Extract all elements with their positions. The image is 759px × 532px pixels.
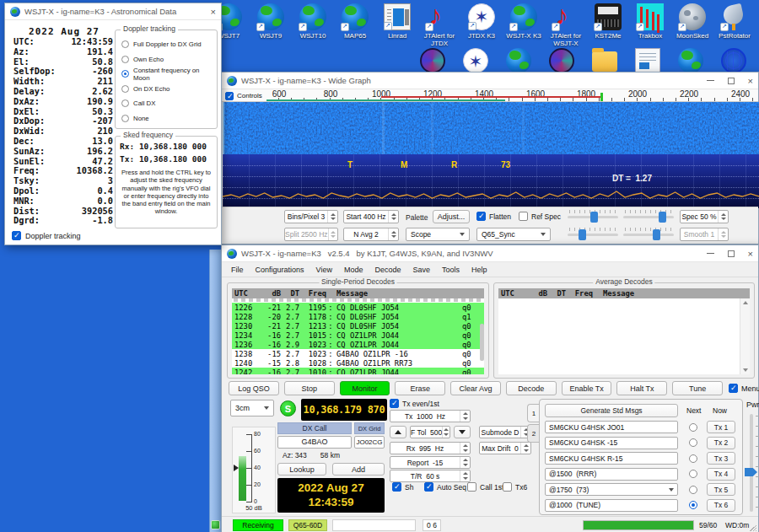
menu-item[interactable]: Save — [406, 264, 436, 276]
main-action-button[interactable]: Log QSO — [229, 381, 279, 395]
desktop-shortcut[interactable]: WSJT9 — [250, 3, 292, 47]
max-drift-spinner[interactable]: Max Drift 0 — [479, 442, 531, 454]
tx-next-radio[interactable] — [689, 423, 697, 432]
checkbox-unchecked-icon[interactable] — [503, 482, 512, 492]
start-hz-spinner[interactable]: Start 400 Hz — [343, 210, 399, 223]
desktop-shortcut[interactable]: MoonSked — [671, 3, 713, 47]
band-select[interactable]: 3cm — [230, 400, 274, 416]
scrollbar-thumb[interactable] — [480, 324, 484, 361]
rig-status-led[interactable]: S — [280, 400, 296, 416]
rx-to-tx-button[interactable] — [454, 426, 471, 438]
desktop-shortcut[interactable]: PstRotator — [713, 3, 756, 47]
decode-row[interactable]: 1238 -15 2.7 1023 : G4BAO OZ1LPR -16 q0 — [232, 349, 484, 358]
main-action-button[interactable]: Decode — [506, 381, 557, 395]
tx-message-field[interactable]: SM6CKU G4HSK JO01 — [545, 421, 678, 433]
desktop-app-icon-partial[interactable] — [506, 48, 531, 73]
wide-graph-titlebar[interactable]: WSJT-X - ig-name=K3 - Wide Graph × — [222, 73, 758, 89]
radio-button[interactable] — [121, 56, 129, 63]
checkbox-unchecked-icon[interactable] — [467, 482, 476, 492]
desktop-shortcut[interactable]: WSJT10 — [292, 3, 334, 47]
desktop-app-icon-partial[interactable] — [678, 48, 703, 73]
waterfall-zero-slider[interactable] — [623, 227, 674, 241]
tx-next-radio[interactable] — [689, 486, 697, 494]
checkbox-checked-icon[interactable] — [392, 482, 401, 492]
desktop-shortcut[interactable]: JTAlert for JTDX — [418, 3, 460, 47]
main-action-button[interactable]: Tune — [672, 381, 723, 395]
doppler-option[interactable]: Full Doppler to DX Grid — [121, 37, 217, 52]
tx-message-field[interactable]: @1750 (73) — [545, 483, 678, 496]
menu-item[interactable]: File — [225, 264, 250, 276]
astro-titlebar[interactable]: WSJT-X - ig-name=K3 - Astronomical Data … — [5, 3, 221, 20]
desktop-app-icon-partial[interactable] — [592, 51, 617, 72]
main-action-button[interactable]: Erase — [395, 381, 445, 395]
checkbox-checked-icon[interactable] — [390, 399, 399, 408]
tx-now-button[interactable]: Tx 5 — [707, 483, 735, 496]
radio-button[interactable] — [121, 99, 129, 107]
scrollbar[interactable] — [740, 298, 750, 374]
desktop-shortcut[interactable]: WSJT-X K3 — [503, 3, 545, 47]
tx-now-button[interactable]: Tx 4 — [707, 468, 735, 481]
tx-even-toggle[interactable]: Tx even/1st — [390, 399, 439, 408]
lookup-button[interactable]: Lookup — [277, 463, 326, 476]
tx-freq-spinner[interactable]: Tx 1000 Hz — [390, 410, 471, 422]
desktop-app-icon-partial[interactable] — [635, 48, 660, 73]
close-icon[interactable]: × — [748, 77, 753, 85]
main-action-button[interactable]: Enable Tx — [562, 381, 612, 395]
doppler-option[interactable]: Call DX — [121, 96, 217, 111]
controls-toggle[interactable]: Controls — [225, 90, 266, 101]
doppler-option[interactable]: None — [121, 111, 217, 126]
generate-std-msgs-button[interactable]: Generate Std Msgs — [545, 404, 678, 417]
resize-grip[interactable] — [750, 524, 756, 531]
average-decode-table-body[interactable] — [498, 298, 750, 374]
message-tab[interactable]: 1 — [527, 404, 540, 422]
decode-row[interactable]: 1228 -20 2.7 1178 : CQ DL0SHF JO54 q1 — [232, 312, 484, 321]
checkbox-unchecked-icon[interactable] — [519, 212, 528, 221]
doppler-option[interactable]: On DX Echo — [121, 82, 217, 97]
tx-next-radio[interactable] — [689, 501, 697, 509]
dx-call-field[interactable]: G4BAO — [277, 436, 352, 449]
sync-curve-select[interactable]: Q65_Sync — [476, 228, 551, 241]
tr-period-spinner[interactable]: T/R 60 s — [390, 470, 471, 482]
taskbar-mini-icon[interactable] — [211, 520, 220, 529]
dx-grid-field[interactable]: JO02CG — [354, 436, 385, 449]
close-icon[interactable]: × — [748, 250, 753, 258]
tx-now-button[interactable]: Tx 2 — [707, 437, 735, 449]
checkbox-checked-icon[interactable] — [424, 482, 433, 492]
doppler-option[interactable]: Constant frequency on Moon — [121, 67, 217, 82]
waterfall-gain-slider[interactable] — [568, 227, 618, 241]
checkbox-checked-icon[interactable] — [225, 92, 234, 100]
minimize-icon[interactable] — [707, 80, 714, 81]
flatten-toggle[interactable]: Flatten — [476, 212, 511, 221]
report-spinner[interactable]: Report -15 — [390, 456, 471, 469]
radio-button[interactable] — [121, 70, 129, 78]
tx-message-field[interactable]: @1000 (TUNE) — [545, 499, 678, 512]
close-icon[interactable]: × — [211, 8, 216, 16]
decode-row[interactable]: 1226 -21 2.7 1195 : CQ DL0SHF JO54 q0 — [232, 303, 484, 312]
doppler-option[interactable]: Own Echo — [121, 52, 217, 67]
tx-next-radio[interactable] — [689, 454, 697, 463]
desktop-shortcut[interactable]: MAP65 — [334, 3, 376, 47]
waterfall-display[interactable] — [223, 102, 759, 154]
submode-spinner[interactable]: Submode D — [479, 426, 531, 438]
zero-slider[interactable] — [623, 209, 674, 223]
tx-to-rx-button[interactable] — [390, 426, 406, 438]
desktop-app-icon-partial[interactable] — [420, 48, 445, 73]
desktop-shortcut[interactable]: JTDX K3 — [460, 3, 503, 47]
maximize-icon[interactable] — [728, 250, 735, 257]
tx-message-field[interactable]: SM6CKU G4HSK -15 — [545, 437, 678, 449]
menu-item[interactable]: View — [310, 264, 338, 276]
doppler-tracking-toggle[interactable]: Doppler tracking — [12, 231, 81, 240]
radio-button[interactable] — [121, 85, 129, 93]
tx-now-button[interactable]: Tx 1 — [707, 421, 735, 433]
decode-table-body[interactable]: 1226 -21 2.7 1195 : CQ DL0SHF JO54 q0 12… — [232, 298, 484, 374]
desktop-app-icon-partial[interactable] — [463, 48, 488, 73]
call-1st-toggle[interactable]: Call 1st — [467, 482, 503, 492]
checkbox-checked-icon[interactable] — [729, 384, 738, 393]
sh-toggle[interactable]: Sh — [392, 482, 413, 492]
decode-row[interactable]: 1240 -15 2.8 1028 : G4BAO OZ1LPR RR73 q0 — [232, 358, 484, 368]
radio-button[interactable] — [121, 115, 129, 122]
main-action-button[interactable]: Halt Tx — [616, 381, 667, 395]
tx-message-field[interactable]: SM6CKU G4HSK R-15 — [545, 452, 678, 465]
desktop-shortcut[interactable]: Linrad — [376, 3, 418, 47]
scope-select[interactable]: Scope — [406, 228, 470, 241]
